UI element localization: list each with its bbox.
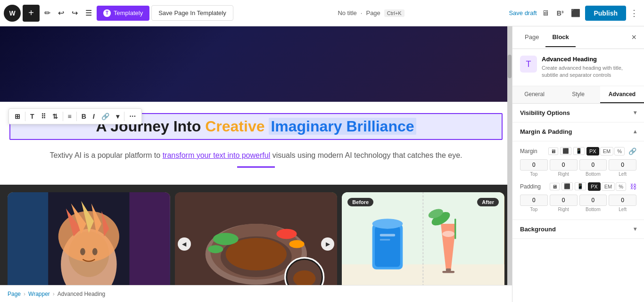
background-chevron: ▾ [634, 226, 636, 232]
breadcrumb-sep-2: › [53, 291, 55, 297]
margin-left-input[interactable] [609, 159, 636, 171]
canvas-scrollbar[interactable] [507, 26, 512, 285]
svg-rect-28 [375, 226, 400, 267]
image-gallery: ◀ [0, 185, 512, 285]
redo-button[interactable]: ↪ [69, 6, 81, 20]
tab-block[interactable]: Block [545, 28, 575, 47]
margin-controls-row: Margin 🖥 ⬛ 📱 PX EM % 🔗 [520, 147, 636, 155]
margin-unit-em[interactable]: EM [600, 147, 614, 155]
after-badge: After [477, 198, 499, 206]
templately-label: Templately [114, 9, 143, 16]
templately-icon: T [103, 9, 111, 17]
padding-unit-em[interactable]: EM [602, 182, 615, 191]
tab-page[interactable]: Page [518, 28, 545, 47]
title-separator: · [361, 9, 363, 16]
wp-logo-button[interactable]: W [4, 5, 21, 22]
page-type: Page [366, 9, 380, 16]
margin-top-wrap: Top [520, 159, 548, 177]
svg-rect-11 [8, 192, 48, 285]
svg-point-9 [80, 248, 85, 255]
padding-bottom-input[interactable] [579, 195, 607, 206]
tablet-icon-padding[interactable]: ⬛ [561, 182, 573, 190]
gallery-arrow-right[interactable]: ▶ [321, 237, 334, 251]
margin-bottom-wrap: Bottom [579, 159, 607, 177]
margin-unit-group: PX EM % [586, 147, 625, 155]
padding-unit-px[interactable]: PX [588, 182, 601, 191]
svg-point-21 [208, 245, 223, 253]
save-templately-button[interactable]: Save Page In Templately [151, 5, 233, 21]
scrollbar-thumb[interactable] [508, 55, 512, 78]
padding-inputs-grid: Top Right Bottom Left [520, 195, 636, 212]
b3-icon-button[interactable]: B³ [554, 7, 567, 20]
templately-button[interactable]: T Templately [97, 6, 149, 21]
list-view-button[interactable]: ☰ [83, 6, 95, 20]
tablet-icon-margin[interactable]: ⬛ [560, 147, 571, 155]
svg-point-10 [92, 248, 98, 255]
margin-device-icons: 🖥 ⬛ 📱 [548, 147, 585, 155]
margin-right-input[interactable] [550, 159, 578, 171]
margin-right-label: Right [558, 171, 569, 177]
block-info-desc: Create advanced heading with title, subt… [542, 65, 636, 79]
link-button[interactable]: 🔗 [99, 111, 112, 122]
save-draft-button[interactable]: Save draft [509, 9, 537, 16]
options-toolbar-button[interactable]: ⋯ [126, 111, 139, 122]
tools-button[interactable]: ✏ [41, 6, 53, 20]
padding-unlink-icon[interactable]: ⛓ [630, 183, 636, 190]
subtab-general[interactable]: General [512, 86, 556, 103]
svg-point-29 [372, 219, 403, 229]
mobile-icon-padding[interactable]: 📱 [575, 182, 586, 190]
padding-unit-percent[interactable]: % [616, 182, 626, 191]
bold-button[interactable]: B [79, 111, 89, 122]
add-block-button[interactable]: + [23, 5, 40, 22]
padding-label: Padding [520, 183, 541, 190]
padding-right-input[interactable] [550, 195, 578, 206]
margin-top-input[interactable] [520, 159, 548, 171]
more-options-button[interactable]: ⋮ [628, 6, 640, 20]
padding-unit-group: PX EM % [588, 182, 626, 191]
margin-unit-px[interactable]: PX [586, 147, 599, 155]
subtab-style[interactable]: Style [556, 86, 600, 103]
padding-bottom-wrap: Bottom [579, 195, 607, 212]
svg-point-19 [276, 229, 297, 239]
svg-point-36 [443, 231, 455, 237]
breadcrumb-wrapper[interactable]: Wrapper [28, 291, 50, 297]
page-title: No title [338, 9, 356, 16]
margin-bottom-input[interactable] [579, 159, 607, 171]
alignment-button[interactable]: ≡ [65, 111, 74, 122]
visibility-options-header[interactable]: Visibility Options ▾ [512, 104, 644, 122]
move-arrows-button[interactable]: ⇅ [50, 111, 61, 122]
padding-top-input[interactable] [520, 195, 548, 206]
svg-rect-31 [380, 239, 390, 240]
padding-left-wrap: Left [609, 195, 636, 212]
block-type-button[interactable]: T [27, 111, 37, 122]
more-toolbar-button[interactable]: ▾ [113, 111, 122, 122]
background-header[interactable]: Background ▾ [512, 220, 644, 239]
mobile-icon-margin[interactable]: 📱 [573, 147, 585, 155]
italic-button[interactable]: I [90, 111, 98, 122]
svg-point-20 [289, 240, 304, 248]
margin-padding-header[interactable]: Margin & Padding ▴ [512, 122, 644, 141]
block-toolbar: ⊞ T ⠿ ⇅ ≡ B I 🔗 ▾ ⋯ [8, 108, 142, 124]
breadcrumb-page[interactable]: Page [8, 291, 21, 297]
margin-label: Margin [520, 148, 537, 155]
gallery-img-1 [8, 192, 170, 285]
gallery-arrow-left[interactable]: ◀ [178, 237, 191, 251]
publish-button[interactable]: Publish [585, 6, 626, 21]
sidebar-close-button[interactable]: × [629, 31, 638, 44]
block-info-title: Advanced Heading [542, 56, 636, 63]
subtab-advanced[interactable]: Advanced [600, 86, 644, 103]
padding-left-input[interactable] [609, 195, 636, 206]
desktop-view-button[interactable]: 🖥 [539, 6, 552, 20]
margin-unit-percent[interactable]: % [614, 147, 625, 155]
margin-padding-label: Margin & Padding [520, 128, 572, 135]
desktop-icon-padding[interactable]: 🖥 [550, 183, 560, 190]
desktop-icon-margin[interactable]: 🖥 [548, 147, 558, 155]
svg-rect-35 [443, 271, 455, 273]
margin-bottom-label: Bottom [586, 171, 601, 177]
margin-link-icon[interactable]: 🔗 [628, 147, 636, 155]
undo-button[interactable]: ↩ [55, 6, 67, 20]
breadcrumb-sep-1: › [24, 291, 25, 297]
parent-block-button[interactable]: ⊞ [12, 111, 23, 122]
sidebar-toggle-button[interactable]: ⬛ [568, 6, 583, 20]
drag-handle[interactable]: ⠿ [38, 111, 49, 122]
